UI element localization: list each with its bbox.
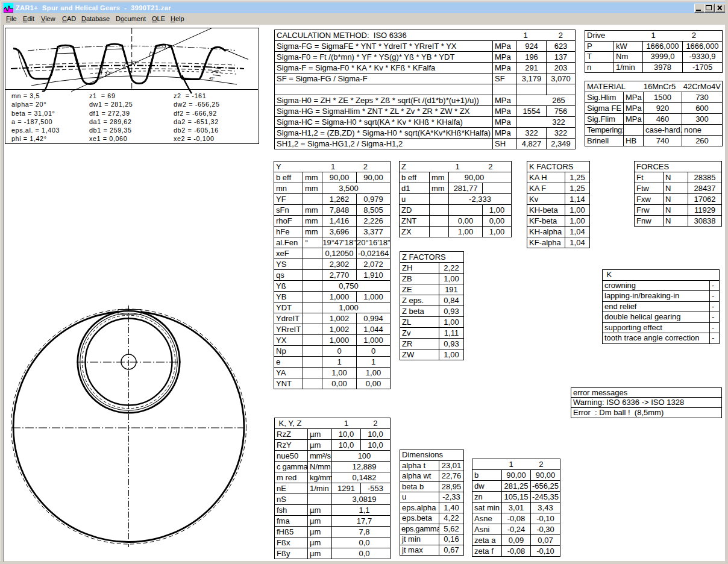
svg-text:45°: 45°	[209, 77, 215, 80]
